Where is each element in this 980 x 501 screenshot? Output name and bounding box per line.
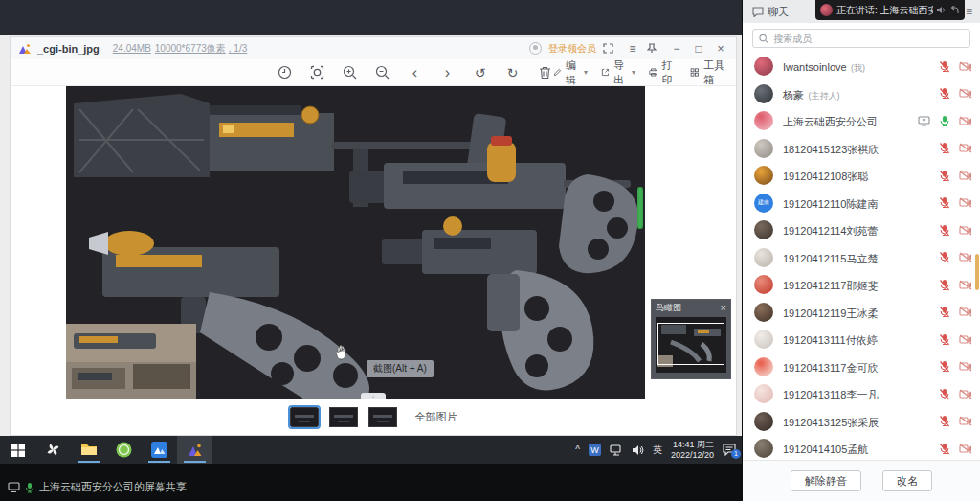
- birdview-close-icon[interactable]: ×: [721, 302, 726, 313]
- back-arrow-icon[interactable]: [950, 6, 960, 14]
- tray-chevron-icon[interactable]: ^: [575, 444, 580, 455]
- participant-row[interactable]: 杨豪 (主持人): [743, 80, 980, 108]
- minimize-button[interactable]: −: [669, 42, 684, 56]
- toolbox-button[interactable]: 工具箱: [690, 58, 726, 87]
- participant-row[interactable]: 19120413118李一凡: [743, 380, 980, 408]
- camera-status-icon[interactable]: [959, 116, 972, 126]
- unmute-button[interactable]: 解除静音: [791, 470, 861, 491]
- close-button[interactable]: ×: [713, 42, 728, 56]
- volume-icon[interactable]: [632, 444, 644, 456]
- camera-status-icon[interactable]: [959, 171, 972, 181]
- all-images-label[interactable]: 全部图片: [415, 410, 457, 424]
- thumbnail-1[interactable]: [290, 407, 319, 427]
- fit-screen-icon[interactable]: [309, 64, 325, 80]
- camera-status-icon[interactable]: [959, 88, 972, 99]
- pinwheel-app-icon[interactable]: [35, 436, 71, 464]
- thumbnail-3[interactable]: [368, 407, 397, 427]
- mic-status-icon[interactable]: [939, 306, 950, 318]
- rotate-right-icon[interactable]: ↻: [504, 64, 521, 80]
- camera-status-icon[interactable]: [959, 416, 972, 426]
- mic-status-icon[interactable]: [939, 170, 950, 182]
- mic-status-icon[interactable]: [939, 279, 950, 291]
- meeting-panel: 聊天 ≡ 正在讲话: 上海云础西安分... Iwantsoinlove: [743, 0, 980, 501]
- mic-status-icon[interactable]: [939, 333, 950, 346]
- participant-row[interactable]: 19120414105孟航: [743, 435, 980, 460]
- mic-status-icon[interactable]: [939, 360, 950, 373]
- fullscreen-button[interactable]: [603, 43, 618, 54]
- actual-size-icon[interactable]: [277, 64, 293, 80]
- mic-status-icon[interactable]: [939, 115, 950, 127]
- camera-status-icon[interactable]: [959, 307, 972, 317]
- taskbar-clock[interactable]: 14:41 周二 2022/12/20: [671, 440, 714, 460]
- ime-indicator[interactable]: 英: [653, 444, 662, 457]
- start-button[interactable]: [0, 436, 35, 464]
- file-explorer-icon[interactable]: [71, 436, 106, 464]
- blue-app-icon[interactable]: [142, 436, 177, 464]
- panel-menu-icon[interactable]: ≡: [966, 5, 972, 18]
- participant-row[interactable]: 上海云础西安分公司: [743, 107, 980, 135]
- participant-row[interactable]: 建南 19120412110陈建南: [743, 190, 980, 217]
- account-avatar-icon[interactable]: [529, 42, 542, 55]
- camera-status-icon[interactable]: [959, 444, 972, 454]
- camera-status-icon[interactable]: [959, 225, 972, 236]
- filmstrip-collapse-handle[interactable]: ⌄: [361, 393, 386, 399]
- mic-status-icon[interactable]: [939, 388, 950, 400]
- camera-status-icon[interactable]: [959, 280, 972, 290]
- camera-status-icon[interactable]: [959, 143, 972, 153]
- pin-button[interactable]: [647, 43, 662, 54]
- next-image-button[interactable]: ›: [439, 64, 456, 80]
- participant-row[interactable]: 19120412108张聪: [743, 162, 980, 190]
- mic-status-icon[interactable]: [939, 224, 950, 237]
- rename-button[interactable]: 改名: [882, 470, 932, 491]
- thumbnail-2[interactable]: [329, 407, 358, 427]
- mic-status-icon[interactable]: [939, 443, 950, 455]
- prev-image-button[interactable]: ‹: [407, 64, 423, 80]
- camera-status-icon[interactable]: [959, 61, 972, 72]
- edit-button[interactable]: 编辑 ▾: [553, 58, 588, 87]
- participant-row[interactable]: 19120412117邵姬斐: [743, 271, 980, 299]
- participant-row[interactable]: 19120412115马立楚: [743, 244, 980, 272]
- membership-link[interactable]: 登录领会员: [548, 42, 596, 56]
- tray-app-icon[interactable]: W: [589, 444, 601, 456]
- green-app-icon[interactable]: [106, 436, 142, 464]
- speaker-wave-icon[interactable]: [937, 6, 947, 14]
- zoom-in-icon[interactable]: [342, 64, 358, 80]
- mic-status-icon[interactable]: [939, 251, 950, 263]
- participant-row[interactable]: Iwantsoinlove (我): [743, 53, 980, 80]
- tab-chat[interactable]: 聊天: [752, 5, 789, 19]
- zoom-out-icon[interactable]: [374, 64, 390, 80]
- screen-share-banner: 上海云础西安分公司的屏幕共享: [0, 464, 742, 501]
- birdview-viewport[interactable]: [657, 323, 724, 365]
- camera-status-icon[interactable]: [959, 361, 972, 372]
- restore-button[interactable]: □: [691, 42, 706, 56]
- camera-status-icon[interactable]: [959, 197, 972, 208]
- mic-status-icon[interactable]: [939, 87, 950, 100]
- birdview-preview[interactable]: [656, 317, 726, 373]
- participant-row[interactable]: 19120412114刘苑蕾: [743, 216, 980, 244]
- mic-status-icon[interactable]: [939, 60, 950, 73]
- camera-status-icon[interactable]: [959, 389, 972, 399]
- search-input[interactable]: [773, 34, 964, 44]
- rotate-left-icon[interactable]: ↺: [472, 64, 488, 80]
- participant-row[interactable]: 19120413125张采辰: [743, 408, 980, 436]
- screenshare-scroll-indicator[interactable]: [637, 187, 643, 229]
- participant-row[interactable]: 18120415123张祺欣: [743, 135, 980, 163]
- delete-icon[interactable]: [537, 64, 553, 80]
- network-icon[interactable]: [610, 444, 623, 456]
- export-button[interactable]: 导出 ▾: [601, 58, 635, 87]
- participant-name: 19120414105孟航: [783, 444, 868, 455]
- participant-row[interactable]: 19120413117金可欣: [743, 353, 980, 381]
- camera-status-icon[interactable]: [959, 334, 972, 345]
- mic-status-icon[interactable]: [939, 415, 950, 427]
- print-button[interactable]: 打印: [649, 58, 677, 87]
- scrollbar-thumb[interactable]: [975, 254, 979, 290]
- menu-button[interactable]: ≡: [625, 42, 640, 56]
- mic-status-icon[interactable]: [939, 196, 950, 209]
- mic-status-icon[interactable]: [939, 142, 950, 154]
- camera-status-icon[interactable]: [959, 252, 972, 262]
- image-viewer-taskbar-icon[interactable]: [177, 436, 212, 464]
- participant-row[interactable]: 19120413111付依婷: [743, 326, 980, 353]
- participant-row[interactable]: 19120412119王冰柔: [743, 299, 980, 327]
- notification-center-icon[interactable]: 1: [723, 444, 736, 456]
- viewer-canvas[interactable]: 截图(Alt + A) 鸟瞰图 ×: [11, 86, 736, 399]
